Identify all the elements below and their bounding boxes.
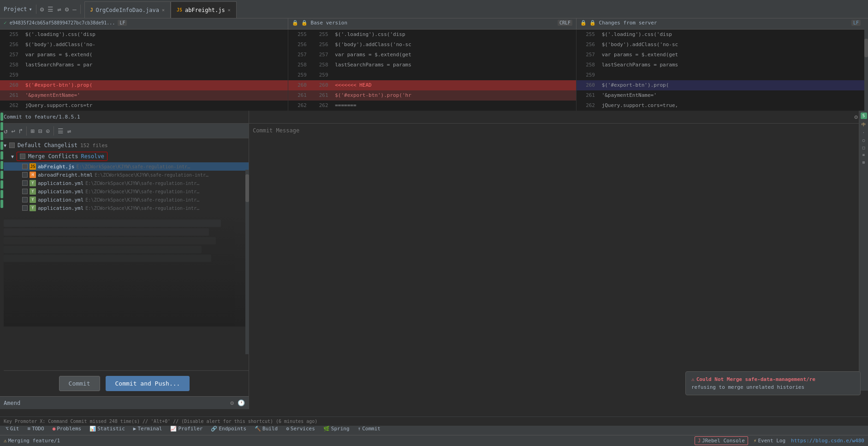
diff-line-259-right: 259 (577, 70, 864, 80)
event-log-btn[interactable]: ⚡ Event Log (754, 438, 785, 444)
diff-line-255-mid: 255 255 $('.loading').css('disp (288, 30, 576, 40)
commit-push-button[interactable]: Commit and Push... (106, 376, 190, 391)
amend-settings-icon[interactable]: ⚙ (230, 399, 234, 406)
java-tab-close[interactable]: ✕ (162, 7, 165, 12)
sidebar-strip (0, 111, 4, 391)
right-icon-app[interactable]: ⊞ (862, 160, 865, 165)
file-checkbox-1[interactable] (22, 172, 28, 178)
file-thumbnails-area (0, 216, 249, 327)
rollback-btn[interactable]: ↩ (11, 127, 15, 135)
file-checkbox-4[interactable] (22, 197, 28, 202)
file-item-abFreight[interactable]: JS abFreight.js E:\ZCWorkSpace\KJYW\safe… (0, 162, 249, 171)
project-menu[interactable]: Project ▾ (4, 6, 32, 12)
file-name-yaml-2: application.yml (38, 197, 83, 203)
commit-msg-settings-icon[interactable]: ⚙ (854, 113, 858, 120)
tab-js[interactable]: JS abFreight.js ✕ (171, 1, 237, 18)
file-checkbox-3[interactable] (22, 189, 28, 194)
middle-diff-pane: 255 255 $('.loading').css('disp 256 256 … (288, 30, 577, 111)
left-diff-pane: 255 $('.loading').css('disp 256 $('body'… (0, 30, 288, 111)
commit-message-textarea[interactable] (249, 124, 868, 409)
sidebar-dot-1 (0, 113, 3, 121)
search-btn[interactable]: ⊙ (46, 127, 49, 135)
js-tab-close[interactable]: ✕ (228, 7, 231, 12)
sidebar-dot-7 (0, 171, 3, 179)
changes-from-server-label: 🔒 Changes from server (589, 20, 657, 26)
sidebar-dot-5 (0, 151, 3, 160)
right-commit-message-panel: ⚙ — ⚠ Could Not Merge safe-data-manageme… (249, 111, 868, 409)
diff-line-260-mid: 260 260 <<<<<<< HEAD (288, 80, 576, 90)
todo-icon: ≡ (28, 426, 31, 432)
diff-line-255-right: 255 $('.loading').css('disp (577, 30, 864, 40)
diff-line-257-right: 257 var params = $.extend(get (577, 50, 864, 60)
resolve-link[interactable]: Resolve (81, 153, 104, 160)
top-icon-minus[interactable]: — (72, 6, 76, 13)
right-icon-zh[interactable]: 中 (862, 122, 866, 128)
collapse-btn[interactable]: ⊟ (38, 127, 42, 135)
sort-btn[interactable]: ☰ (58, 127, 64, 135)
top-icon-settings2[interactable]: ⚙ (65, 6, 69, 13)
file-name-yaml-3: application.yml (38, 205, 83, 211)
top-icon-shuffle[interactable]: ⇌ (57, 6, 61, 13)
diff-line-256-mid: 256 256 $('body').addClass('no-sc (288, 40, 576, 50)
file-path-1: E:\ZCWorkSpace\KJYW\safe-regulation-intr… (95, 172, 210, 178)
file-icon-js-0: JS (30, 163, 36, 170)
diff-line-257-mid: 257 257 var params = $.extend(get (288, 50, 576, 60)
sidebar-dot-6 (0, 161, 3, 169)
left-panel-scrollbar (245, 170, 249, 354)
sidebar-dot-10 (0, 200, 3, 208)
spring-icon: 🌿 (323, 426, 330, 432)
sidebar-dot-3 (0, 132, 3, 140)
diff-line-261-right: 261 '&paymentEntName=' (577, 90, 864, 101)
right-icon-circle[interactable]: ○ (862, 138, 865, 143)
diff-line-259-mid: 259 259 (288, 70, 576, 80)
diff-line-256-left: 256 $('body').addClass('no- (0, 40, 288, 50)
view-btn[interactable]: ⇌ (67, 127, 71, 135)
jrebel-console-btn[interactable]: J JRebel Console (695, 436, 748, 445)
stash-btn[interactable]: ↱ (19, 127, 23, 135)
left-file-hash: e94835f24cb65af588994727bc7cb38de91... (10, 20, 115, 25)
commit-button[interactable]: Commit (59, 376, 100, 391)
file-item-yaml-0[interactable]: Y application.yml E:\ZCWorkSpace\KJYW\sa… (0, 179, 249, 187)
merge-conflicts-checkbox[interactable] (20, 154, 25, 159)
middle-pane-header: 🔒 🔒 Base version CRLF (288, 17, 577, 29)
file-item-abroadFreight[interactable]: H abroadFreight.html E:\ZCWorkSpace\KJYW… (0, 171, 249, 179)
right-icon-dot[interactable]: · (862, 131, 865, 135)
top-icon-list[interactable]: ☰ (48, 6, 54, 13)
file-item-yaml-2[interactable]: Y application.yml E:\ZCWorkSpace\KJYW\sa… (0, 196, 249, 204)
crlf-badge: CRLF (558, 20, 572, 26)
amend-clock-icon[interactable]: 🕐 (238, 399, 245, 406)
problems-error-icon: ● (53, 426, 56, 432)
changelist-checkbox[interactable] (9, 143, 15, 148)
top-toolbar-icons: ⚙ ☰ ⇌ ⚙ — (40, 6, 77, 13)
top-icon-gear[interactable]: ⚙ (40, 6, 44, 13)
notification-popup: ⚠ Could Not Merge safe-data-management/r… (685, 371, 861, 395)
file-path-yaml-2: E:\ZCWorkSpace\KJYW\safe-regulation-intr… (85, 197, 201, 202)
key-promoter-bar: Key Promoter X: Command Commit missed 24… (0, 416, 868, 426)
file-icon-yaml-3: Y (30, 205, 36, 211)
main-content: Commit to feature/1.8.5.1 ↺ ↩ ↱ ⊞ ⊟ ⊙ ☰ … (0, 111, 868, 409)
file-name-yaml-1: application.yml (38, 189, 83, 195)
file-icon-yaml-2: Y (30, 196, 36, 203)
file-checkbox-0[interactable] (22, 164, 28, 169)
merging-status[interactable]: ⚠ Merging feature/1 (4, 438, 60, 444)
sidebar-dot-8 (0, 180, 3, 189)
base-version-label: 🔒 Base version (301, 20, 347, 26)
diff-line-261-left: 261 '&paymentEntName=' (0, 90, 288, 101)
file-item-yaml-3[interactable]: Y application.yml E:\ZCWorkSpace\KJYW\sa… (0, 204, 249, 212)
diff-line-255-left: 255 $('.loading').css('disp (0, 30, 288, 40)
tab-java[interactable]: J OrgCodeInfoDao.java ✕ (84, 1, 171, 18)
merging-label: Merging feature/1 (8, 438, 60, 444)
refresh-btn[interactable]: ↺ (4, 127, 7, 135)
file-checkbox-5[interactable] (22, 205, 28, 211)
right-icon-s[interactable]: S (861, 113, 867, 119)
java-tab-icon: J (90, 7, 93, 12)
diff-line-262-left: 262 jQuery.support.cors=tr (0, 101, 288, 111)
services-icon: ⚙ (286, 426, 289, 432)
blog-link[interactable]: https://blog.csdn.e/w480 (791, 438, 864, 444)
diff-line-260-right: 260 $('#export-btn').prop( (577, 80, 864, 90)
expand-btn[interactable]: ⊞ (30, 127, 34, 135)
file-item-yaml-1[interactable]: Y application.yml E:\ZCWorkSpace\KJYW\sa… (0, 187, 249, 196)
right-icon-lines[interactable]: ≡ (862, 153, 865, 157)
file-checkbox-2[interactable] (22, 180, 28, 186)
right-icon-square[interactable]: □ (862, 145, 865, 150)
